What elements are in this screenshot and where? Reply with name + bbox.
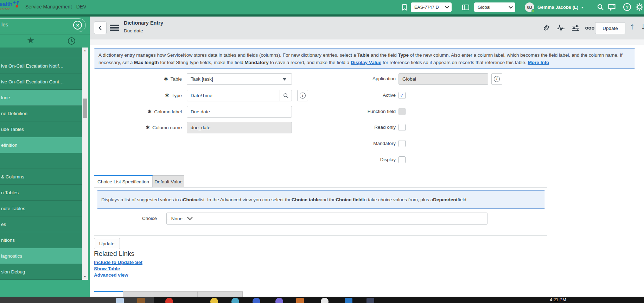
- update-button[interactable]: Update: [94, 238, 120, 249]
- sidebar-item[interactable]: note Tables: [0, 201, 82, 216]
- display-checkbox[interactable]: [398, 156, 406, 163]
- read-only-checkbox[interactable]: [398, 124, 406, 131]
- table-select[interactable]: Task [task]: [187, 73, 292, 85]
- blue-app-icon[interactable]: [253, 298, 260, 303]
- choice-select[interactable]: -- None --: [166, 213, 487, 225]
- sidebar-item[interactable]: efinition: [0, 137, 82, 153]
- active-checkbox[interactable]: ✓: [398, 92, 406, 99]
- sidebar-scrollbar[interactable]: ▲ ▼: [82, 48, 88, 280]
- application-scope-icon[interactable]: [461, 3, 470, 12]
- blue-square-app-icon[interactable]: [345, 298, 352, 303]
- scroll-down-button[interactable]: ▼: [82, 274, 88, 280]
- sidebar-item[interactable]: ive On-Call Escalation Notif…: [0, 58, 82, 74]
- sidebar-item[interactable]: ne Definition: [0, 106, 82, 121]
- type-reference-input[interactable]: Date/Time: [187, 90, 292, 101]
- read-only-field-label: Read only: [304, 125, 396, 130]
- purple-app-icon[interactable]: [275, 298, 283, 303]
- application-info-button[interactable]: i: [491, 73, 502, 85]
- dark-app-icon[interactable]: [366, 298, 374, 303]
- arrow-app-icon[interactable]: [321, 298, 329, 303]
- help-icon[interactable]: ?: [623, 3, 631, 11]
- form-header-bar: Dictionary Entry Due date Update ↑ ↓: [90, 17, 644, 39]
- record-type-title: Dictionary Entry: [124, 20, 163, 26]
- scroll-up-button[interactable]: ▲: [82, 48, 88, 53]
- sidebar-item[interactable]: ude Tables: [0, 121, 82, 137]
- related-link[interactable]: Advanced view: [94, 272, 128, 278]
- update-set-bookmark-icon[interactable]: [400, 3, 409, 12]
- chat-icon[interactable]: [608, 4, 616, 11]
- banner-link[interactable]: Display Value: [351, 60, 381, 65]
- column-label-field-label: ✱Column label: [90, 109, 182, 114]
- lower-tab[interactable]: [152, 291, 174, 297]
- user-menu[interactable]: Gemma Jacobs (L): [537, 5, 578, 10]
- banner-text: for text String type fields, make the fi…: [159, 60, 245, 65]
- sidebar-item[interactable]: lone: [0, 90, 82, 106]
- function-field-label: Function field: [304, 109, 396, 114]
- presence-indicator: [531, 9, 535, 13]
- application-input: Global: [398, 73, 488, 85]
- update-set-picker[interactable]: EAS-7747 D: [411, 2, 452, 12]
- column-name-input[interactable]: due_date: [187, 122, 292, 133]
- banner-link[interactable]: More Info: [528, 60, 549, 65]
- function-field-checkbox[interactable]: [398, 108, 406, 115]
- clear-filter-icon[interactable]: ×: [73, 21, 82, 30]
- gear-icon[interactable]: [635, 3, 644, 11]
- previous-record-arrow-icon[interactable]: ↑: [630, 21, 635, 31]
- update-button-header[interactable]: Update: [595, 22, 625, 34]
- activity-pulse-icon[interactable]: [556, 24, 565, 32]
- personalize-form-sliders-icon[interactable]: [571, 24, 580, 32]
- lower-tab[interactable]: [174, 291, 198, 297]
- banner-text: Choice field: [336, 196, 363, 203]
- banner-text: for reference fields so it appears on re…: [381, 60, 528, 65]
- related-link[interactable]: Include to Update Set: [94, 260, 142, 265]
- sidebar-item[interactable]: es: [0, 216, 82, 232]
- briefcase-app-icon[interactable]: [137, 298, 145, 303]
- sidebar-item[interactable]: nitions: [0, 232, 82, 248]
- yellow-app-icon[interactable]: [210, 298, 218, 303]
- sidebar-item[interactable]: iagnostics: [0, 248, 82, 264]
- sidebar-item[interactable]: & Columns: [0, 169, 82, 185]
- more-options-icon[interactable]: [585, 24, 595, 32]
- screenshot-app-icon[interactable]: [116, 298, 124, 303]
- red-app-icon[interactable]: [165, 298, 173, 303]
- search-icon[interactable]: [597, 4, 604, 11]
- mandatory-checkbox[interactable]: [398, 140, 406, 147]
- sidebar-item[interactable]: sion Debug: [0, 264, 82, 280]
- form-context-menu-icon[interactable]: [110, 25, 119, 32]
- app-title: Service Management - DEV: [25, 4, 87, 10]
- taskbar-clock: 4:21 PM: [550, 297, 566, 302]
- tab-choice-list-specification[interactable]: Choice List Specification: [94, 175, 153, 187]
- favorites-star-icon[interactable]: ★: [27, 35, 34, 45]
- lower-tab[interactable]: [198, 291, 243, 297]
- teal-app-icon[interactable]: [231, 298, 239, 303]
- info-icon: i: [494, 76, 500, 82]
- tab-default-value[interactable]: Default Value: [153, 175, 184, 187]
- next-record-arrow-icon[interactable]: ↓: [641, 21, 644, 31]
- select-caret-icon: [282, 78, 287, 81]
- lower-tab[interactable]: [123, 291, 152, 297]
- attachment-paperclip-icon[interactable]: [542, 24, 550, 32]
- sidebar-item[interactable]: ive On-Call Escalation Cont…: [0, 74, 82, 90]
- choice-list-tab-panel: Displays a list of suggested values in a…: [94, 187, 547, 236]
- banner-text: Type: [398, 52, 409, 58]
- application-navigator-sidebar: les × ★ ive On-Call Escalation Notif…ive…: [0, 17, 90, 297]
- banner-text: Max length: [134, 60, 159, 65]
- related-link[interactable]: Show Table: [94, 266, 120, 271]
- required-marker: ✱: [164, 76, 168, 82]
- sidebar-item[interactable]: n Tables: [0, 185, 82, 201]
- lower-tab[interactable]: [94, 291, 123, 297]
- back-button[interactable]: [94, 21, 107, 34]
- history-clock-icon[interactable]: [68, 37, 76, 45]
- application-scope-picker[interactable]: Global: [474, 2, 515, 12]
- scrollbar-thumb[interactable]: [83, 99, 87, 118]
- column-label-input[interactable]: Due date: [187, 106, 292, 118]
- orange-tile-app-icon[interactable]: [296, 298, 304, 303]
- banner-text: Table: [357, 52, 369, 58]
- avatar[interactable]: GJ: [525, 2, 534, 12]
- sidebar-item[interactable]: [0, 48, 82, 58]
- type-lookup-button[interactable]: [280, 90, 292, 101]
- dictionary-info-banner: A dictionary entry manages how ServiceNo…: [94, 48, 635, 69]
- sidebar-item[interactable]: [0, 153, 82, 169]
- navigator-tab-bar: ★: [0, 34, 90, 48]
- lower-tab-strip: [94, 291, 243, 297]
